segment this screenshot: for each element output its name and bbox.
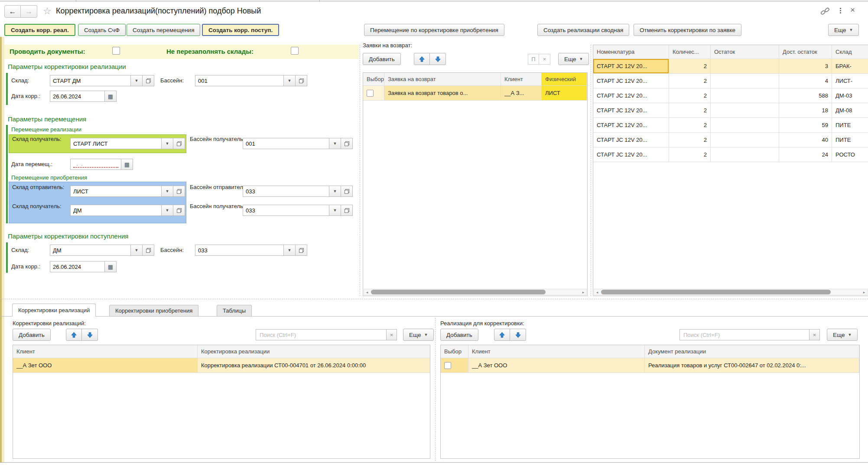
combo-value[interactable]: 033 (243, 186, 329, 197)
table-cell-sklad[interactable]: ДМ-03 (832, 88, 868, 103)
combo-value[interactable]: 033 (195, 245, 284, 256)
create-schf-button[interactable]: Создать СчФ (78, 24, 126, 36)
dropdown-button[interactable]: ▼ (131, 75, 143, 86)
real-for-corr-add-button[interactable]: Добавить (440, 329, 478, 341)
table-cell-rest[interactable] (711, 118, 779, 133)
search-input[interactable]: П (528, 54, 539, 65)
table-cell-sklad[interactable]: ДМ-08 (832, 103, 868, 118)
open-button[interactable] (296, 75, 307, 86)
open-button[interactable] (173, 205, 185, 216)
link-icon[interactable] (821, 7, 829, 16)
open-button[interactable] (341, 186, 353, 197)
table-cell-sklad[interactable]: ПИТЕ (832, 133, 868, 147)
dropdown-button[interactable]: ▼ (329, 205, 341, 216)
combo-value[interactable]: СТАРТ ДМ (50, 75, 131, 86)
favorite-star-icon[interactable]: ☆ (43, 6, 52, 17)
table-cell-name[interactable]: СТАРТ JC 12V 20... (593, 118, 669, 133)
move-by-purchase-corr-button[interactable]: Перемещение по корректировке приобретени… (364, 24, 504, 36)
date-value[interactable]: 26.06.2024 (50, 261, 105, 272)
date-value[interactable]: 26.06.2024 (50, 91, 105, 102)
date-move-field[interactable]: . . ▦ (70, 159, 133, 170)
cancel-corr-by-request-button[interactable]: Отменить корректировки по заявке (634, 24, 741, 36)
dropdown-button[interactable]: ▼ (329, 186, 341, 197)
dropdown-button[interactable]: ▼ (162, 138, 173, 149)
no-refill-checkbox[interactable] (291, 47, 299, 55)
real-for-corr-more-button[interactable]: Еще▼ (827, 329, 858, 341)
sklad-otpravitel-combo[interactable]: ЛИСТ ▼ (70, 186, 185, 197)
table-row-checkbox-cell[interactable] (441, 358, 468, 373)
sklad-poluchatel-combo[interactable]: СТАРТ ЛИСТ ▼ (70, 138, 185, 149)
open-button[interactable] (296, 245, 307, 256)
create-moves-button[interactable]: Создать перемещения (127, 24, 200, 36)
table-cell-sklad[interactable]: ЛИСТ- (832, 74, 868, 88)
dropdown-button[interactable]: ▼ (162, 205, 173, 216)
toolbar-more-button[interactable]: Еще▼ (828, 24, 859, 36)
open-button[interactable] (173, 138, 185, 149)
table-cell-name[interactable]: СТАРТ JC 12V 20... (593, 59, 669, 74)
search-input[interactable] (256, 329, 387, 340)
column-header[interactable]: Выбор (441, 345, 468, 358)
table-cell-name[interactable]: СТАРТ JC 12V 20... (593, 147, 669, 162)
table-cell-corr[interactable]: Корректировка реализации СТ00-004701 от … (198, 358, 430, 373)
table-cell-name[interactable]: СТАРТ JC 12V 20... (593, 133, 669, 147)
splitter-vertical[interactable] (591, 45, 591, 296)
table-cell-qty[interactable]: 2 (669, 59, 711, 74)
column-header[interactable]: Заявка на возврат (384, 73, 501, 86)
tab-tables[interactable]: Таблицы (217, 305, 252, 316)
combo-value[interactable]: ЛИСТ (70, 186, 162, 197)
combo-value[interactable]: 033 (243, 205, 329, 216)
table-cell-qty[interactable]: 2 (669, 147, 711, 162)
table-cell-name[interactable]: СТАРТ JC 12V 20... (593, 74, 669, 88)
table-cell-rest[interactable] (711, 59, 779, 74)
dropdown-button[interactable]: ▼ (284, 245, 296, 256)
column-header[interactable]: Клиент (501, 73, 542, 86)
bassein-combo[interactable]: 001 ▼ (195, 75, 307, 86)
scrollbar-thumb[interactable] (371, 290, 546, 294)
table-cell-doc[interactable]: Реализация товаров и услуг СТ00-002647 о… (645, 358, 859, 373)
date-corr-field[interactable]: 26.06.2024 ▦ (50, 91, 117, 102)
corr-real-more-button[interactable]: Еще▼ (403, 329, 434, 341)
dropdown-button[interactable]: ▼ (162, 186, 173, 197)
open-button[interactable] (173, 186, 185, 197)
calendar-button[interactable]: ▦ (105, 261, 117, 272)
combo-value[interactable]: 001 (195, 75, 284, 86)
table-cell-avail[interactable]: 4 (779, 74, 832, 88)
bassein-postup-combo[interactable]: 033 ▼ (195, 245, 307, 256)
move-up-button[interactable] (66, 329, 82, 341)
column-header[interactable]: Коректировка реализации (198, 345, 430, 358)
horizontal-scrollbar[interactable]: ◂ ▸ (594, 289, 868, 295)
combo-value[interactable]: ДМ (50, 245, 131, 256)
back-button[interactable]: ← (4, 5, 21, 18)
column-header[interactable]: Количес... (669, 45, 711, 59)
table-cell-qty[interactable]: 2 (669, 88, 711, 103)
table-cell-avail[interactable]: 24 (779, 147, 832, 162)
move-down-button[interactable] (430, 53, 446, 65)
calendar-button[interactable]: ▦ (105, 91, 117, 102)
table-row-checkbox-cell[interactable] (363, 86, 384, 101)
sklad-poluchatel2-combo[interactable]: ДМ ▼ (70, 205, 185, 216)
scroll-left-icon[interactable]: ◂ (594, 290, 600, 294)
table-cell-rest[interactable] (711, 133, 779, 147)
forward-button[interactable]: → (21, 5, 37, 18)
bassein-poluchatel-combo[interactable]: 001 ▼ (243, 138, 353, 149)
table-cell-rest[interactable] (711, 74, 779, 88)
create-real-summary-button[interactable]: Создать реализации сводная (537, 24, 629, 36)
column-header[interactable]: Клиент (468, 345, 645, 358)
column-header[interactable]: Документ реализации (645, 345, 859, 358)
column-header[interactable]: Номенклатура (593, 45, 669, 59)
search-clear-button[interactable]: × (809, 329, 820, 340)
scroll-right-icon[interactable]: ▸ (861, 290, 867, 294)
date-corr2-field[interactable]: 26.06.2024 ▦ (50, 261, 117, 272)
dropdown-button[interactable]: ▼ (329, 138, 341, 149)
scroll-right-icon[interactable]: ▸ (580, 290, 586, 294)
table-cell-name[interactable]: СТАРТ JC 12V 20... (593, 88, 669, 103)
move-down-button[interactable] (510, 329, 526, 341)
create-corr-postup-button[interactable]: Создать корр. поступ. (202, 24, 279, 36)
dropdown-button[interactable]: ▼ (131, 245, 143, 256)
table-cell-avail[interactable]: 59 (779, 118, 832, 133)
search-clear-button[interactable]: × (539, 54, 550, 65)
open-button[interactable] (341, 205, 353, 216)
combo-value[interactable]: 001 (243, 138, 329, 149)
returns-add-button[interactable]: Добавить (363, 53, 401, 65)
table-cell-rest[interactable] (711, 147, 779, 162)
